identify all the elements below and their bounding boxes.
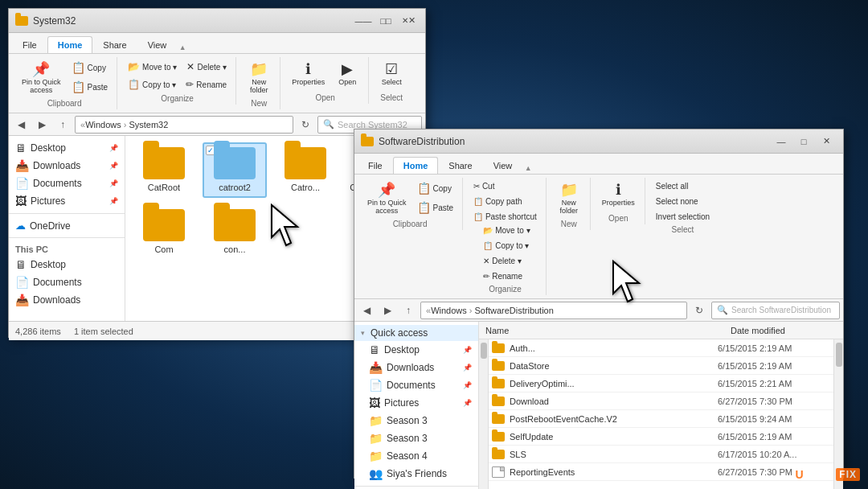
nav-item-season3b[interactable]: 📁 Season 3 [354,429,478,447]
nav-item-downloads-2[interactable]: 📥 Downloads 📌 [354,359,478,376]
file-row-postreboot[interactable]: PostRebootEventCache.V2 6/15/2015 9:24 A… [489,410,833,428]
copy-path-button[interactable]: 📋 Copy path [469,195,526,208]
invert-selection-button[interactable]: Invert selection [652,210,714,224]
nav-item-downloads[interactable]: 📥 Downloads 📌 [9,157,125,175]
nav-divider-3 [354,486,478,487]
nav-item-siyas-friends[interactable]: 👥 Siya's Friends [354,465,478,483]
tab-share-2[interactable]: Share [438,157,482,174]
open-button[interactable]: ▶ Open [331,59,363,89]
file-row-sls[interactable]: SLS 6/17/2015 10:20 A... [489,446,833,463]
nav-item-pictures[interactable]: 🖼 Pictures 📌 [9,192,125,210]
file-item-catroot-2[interactable]: Catro... [273,142,338,198]
maximize-button[interactable]: □ [375,13,396,29]
address-path-2[interactable]: « Windows › SoftwareDistribution [420,302,687,319]
minimize-button[interactable]: — [353,13,374,29]
nav-quick-access-header[interactable]: ▾ Quick access [354,325,478,341]
nav-item-season4[interactable]: 📁 Season 4 [354,447,478,465]
pictures-icon: 🖼 [15,195,27,208]
copy-button-2[interactable]: 📋 Copy [413,179,458,197]
downloads-icon-2: 📥 [15,294,29,306]
file-row-download[interactable]: Download 6/27/2015 7:30 PM [489,392,833,410]
close-button-2[interactable]: ✕ [816,134,837,150]
select-none-button[interactable]: Select none [652,195,714,208]
ribbon-collapse-button-2[interactable]: ▲ [522,162,534,174]
nav-item-season3a[interactable]: 📁 Season 3 [354,412,478,429]
select-button[interactable]: ☑ Select [375,59,407,89]
move-to-button-2[interactable]: 📂 Move to ▾ [479,224,534,237]
file-row-deliveryoptim[interactable]: DeliveryOptimi... 6/15/2015 2:21 AM [489,375,833,392]
forward-button[interactable]: ▶ [33,116,51,134]
nav-item-thispc-documents[interactable]: 📄 Documents [9,273,125,291]
tab-view[interactable]: View [137,36,178,53]
back-button[interactable]: ◀ [12,116,30,134]
ribbon-collapse-button[interactable]: ▲ [177,42,188,53]
copy-to-button-2[interactable]: 📋 Copy to ▾ [479,239,533,253]
pin-quick-access-button-2[interactable]: 📌 Pin to Quickaccess [362,179,411,218]
nav-item-documents[interactable]: 📄 Documents 📌 [9,175,125,192]
nav-item-desktop[interactable]: 🖥 Desktop 📌 [9,139,125,157]
item-count: 4,286 items [15,327,61,336]
move-to-button[interactable]: 📂 Move to ▾ [124,59,181,75]
file-item-com[interactable]: Com [132,204,196,260]
tab-home-2[interactable]: Home [393,157,439,174]
file-scrollbar[interactable] [833,339,843,489]
season4-icon: 📁 [369,450,383,462]
delete-button[interactable]: ✕ Delete ▾ [182,59,231,75]
copy-to-button[interactable]: 📋 Copy to ▾ [124,76,180,92]
nav-item-thispc-desktop[interactable]: 🖥 Desktop [9,256,125,273]
tab-share[interactable]: Share [92,36,137,53]
refresh-button[interactable]: ↻ [297,116,314,134]
forward-button-2[interactable]: ▶ [379,302,396,319]
up-button-2[interactable]: ↑ [399,302,417,319]
tab-file-2[interactable]: File [358,157,393,174]
nav-item-thispc-downloads[interactable]: 📥 Downloads [9,291,125,309]
minimize-button-2[interactable]: — [771,134,792,150]
file-row-reportingevents[interactable]: ReportingEvents 6/27/2015 7:30 PM [489,463,833,481]
cut-button[interactable]: ✂ Cut [469,179,498,193]
file-item-catroot2[interactable]: ✓ catroot2 [203,142,267,198]
tab-view-2[interactable]: View [483,157,523,174]
new-folder-button[interactable]: 📁 Newfolder [243,59,275,97]
delete-button-2[interactable]: ✕ Delete ▾ [479,254,525,268]
file-row-auth[interactable]: Auth... 6/15/2015 2:19 AM [489,339,833,357]
refresh-button-2[interactable]: ↻ [690,302,708,319]
select-label-2: Select [672,224,694,234]
properties-button[interactable]: ℹ Properties [287,59,330,89]
new-folder-button-2[interactable]: 📁 Newfolder [553,179,585,218]
file-item-con[interactable]: con... [203,204,267,260]
folder-icon-postreboot [492,414,505,424]
rename-button-2[interactable]: ✏ Rename [479,269,526,283]
window-icon-2 [361,135,374,148]
maximize-button-2[interactable]: □ [793,134,814,150]
search-box-softwaredist[interactable]: 🔍 Search SoftwareDistribution [711,302,840,319]
file-row-selfupdate[interactable]: SelfUpdate 6/15/2015 2:19 AM [489,428,833,446]
nav-item-documents-2[interactable]: 📄 Documents 📌 [354,376,478,394]
folder-icon-con [214,209,256,241]
rename-button[interactable]: ✏ Rename [182,76,231,92]
documents-icon-3: 📄 [369,379,383,392]
season3a-icon: 📁 [369,414,383,427]
pin-to-quick-access-button[interactable]: 📌 Pin to Quickaccess [17,59,66,97]
close-button[interactable]: ✕ [398,13,419,29]
tab-home[interactable]: Home [47,36,93,53]
folder-icon-com [143,209,185,241]
tab-file[interactable]: File [12,36,47,53]
nav-item-onedrive[interactable]: ☁ OneDrive [9,217,125,234]
back-button-2[interactable]: ◀ [358,302,375,319]
select-all-button[interactable]: Select all [652,179,714,193]
address-path[interactable]: ​ « Windows › System32 [75,116,293,134]
file-row-datastore[interactable]: DataStore 6/15/2015 2:19 AM [489,357,833,375]
selection-status: 1 item selected [74,327,133,336]
up-button[interactable]: ↑ [54,116,72,134]
copy-button[interactable]: 📋 Copy [68,59,113,76]
file-item-catroot[interactable]: CatRoot [132,142,196,198]
properties-button-2[interactable]: ℹ Properties [597,179,640,210]
nav-item-pictures-2[interactable]: 🖼 Pictures 📌 [354,394,478,412]
paste-shortcut-button[interactable]: 📋 Paste shortcut [469,210,541,224]
nav-item-desktop-2[interactable]: 🖥 Desktop 📌 [354,341,478,359]
paste-button-2[interactable]: 📋 Paste [413,199,458,216]
organize-label: Organize [161,92,194,103]
search-icon: 🔍 [323,119,334,129]
paste-button[interactable]: 📋 Paste [68,78,113,96]
siyas-friends-icon: 👥 [369,467,383,480]
